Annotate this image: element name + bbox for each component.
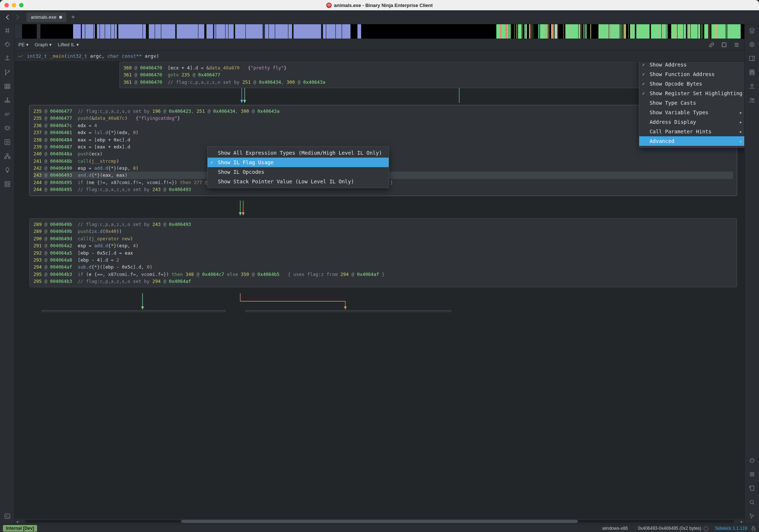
bulb-icon[interactable]: [3, 166, 11, 174]
menu-item[interactable]: Show Register Set Highlighting: [639, 89, 744, 98]
feature-map[interactable]: [ [0.00,0.01,"#2e323a"],[0.03,0.005,"#2e…: [15, 24, 744, 39]
sidebar-icon[interactable]: [748, 54, 756, 62]
graph-block[interactable]: 289 @ 0040649b // flag:c,p,a,z,s,o set b…: [29, 218, 737, 287]
code-row[interactable]: 293 @ 004064a8 [ebp - 4].d = 2: [33, 256, 733, 263]
menu-item[interactable]: Show Variable Types: [639, 108, 744, 117]
scroll-icon[interactable]: [748, 484, 756, 492]
right-rail: [744, 24, 759, 524]
code-row[interactable]: 238 @ 00406484 eax = [ebp + 0xc].d: [33, 136, 733, 143]
layers-icon[interactable]: [748, 26, 756, 35]
collapse-icon: ⮐: [18, 53, 23, 59]
svg-point-14: [6, 141, 8, 143]
branch-icon[interactable]: [3, 68, 11, 76]
svg-rect-33: [750, 72, 754, 73]
cursor-icon[interactable]: [748, 512, 756, 520]
nav-forward[interactable]: [12, 12, 22, 22]
menu-item[interactable]: Advanced: [639, 136, 744, 146]
context-submenu: Show All Expression Types (Medium/High L…: [207, 146, 389, 188]
svg-rect-16: [4, 157, 6, 159]
scope-icon[interactable]: [3, 138, 11, 146]
close-window[interactable]: [4, 3, 9, 7]
code-row[interactable]: 290 @ 0040649d call(j_operator new): [33, 235, 733, 242]
terminal-icon[interactable]: [3, 512, 11, 520]
svg-rect-20: [5, 185, 7, 187]
code-row[interactable]: 289 @ 0040649b push(zx.d(0x40)): [33, 228, 733, 235]
tag-icon[interactable]: [3, 40, 11, 48]
menu-item[interactable]: Show All Expression Types (Medium/High L…: [208, 148, 389, 158]
menu-item[interactable]: Show Type Casts: [639, 98, 744, 108]
menu-item[interactable]: Show Opcode Bytes: [639, 79, 744, 89]
svg-rect-31: [750, 70, 752, 71]
code-row[interactable]: 235 @ 00406477 push(&data_40a87c) {"flyi…: [33, 115, 733, 122]
cmd-icon[interactable]: [3, 180, 11, 188]
minimap-icon[interactable]: [748, 68, 756, 76]
tab-active[interactable]: animals.exe: [26, 12, 66, 22]
view-select[interactable]: Graph ▾: [35, 42, 52, 47]
lines-icon[interactable]: [748, 470, 756, 478]
scrollbar-thumb[interactable]: [181, 520, 578, 523]
sitemap-icon[interactable]: [3, 152, 11, 160]
lock-icon[interactable]: [751, 526, 756, 531]
menu-item[interactable]: Show Function Address: [639, 69, 744, 79]
code-row[interactable]: 361 @ 00406470 goto 235 @ 0x406477: [123, 71, 648, 78]
function-signature[interactable]: ⮐ int32_t _main (int32_t argc, char cons…: [15, 51, 744, 62]
code-row[interactable]: 235 @ 00406477 // flag:c,p,a,z,s,o set b…: [33, 108, 733, 115]
code-row[interactable]: 292 @ 004064a5 [ebp - 0x5c].d = eax: [33, 249, 733, 256]
chat-icon[interactable]: [3, 124, 11, 132]
search-icon[interactable]: [748, 498, 756, 506]
zoom-window[interactable]: [19, 3, 24, 7]
tabbar: animals.exe ＋: [0, 10, 759, 24]
table-icon[interactable]: [3, 82, 11, 90]
svg-rect-21: [8, 185, 10, 187]
menu-item[interactable]: Show IL Opcodes: [208, 167, 389, 177]
graph-viewport[interactable]: 360 @ 00406470 [ecx + 4].d = &data_40a87…: [15, 62, 744, 524]
code-row[interactable]: 295 @ 004064b3 if (e {==, x87comi.f=, vc…: [33, 271, 733, 278]
target-icon[interactable]: [748, 40, 756, 48]
svg-point-28: [750, 42, 754, 47]
app-icon: ⦵: [326, 3, 332, 8]
code-row[interactable]: 237 @ 00406481 edx = lsl.d{*}(edx, 0): [33, 129, 733, 136]
menu-item[interactable]: Show IL Flag Usage: [208, 158, 389, 167]
code-row[interactable]: 289 @ 0040649b // flag:c,p,a,z,s,o set b…: [33, 221, 733, 228]
status-range: 0x406493-0x406495 (0x2 bytes): [638, 526, 701, 531]
code-row[interactable]: 291 @ 004064a2 esp = add.d{*}(esp, 4): [33, 242, 733, 249]
nav-back[interactable]: [3, 12, 12, 22]
il-select[interactable]: Lifted IL ▾: [58, 42, 79, 47]
anchor-icon[interactable]: [3, 54, 11, 62]
horizontal-scrollbar[interactable]: ◂ ▸: [15, 519, 744, 524]
code-row[interactable]: 360 @ 00406470 [ecx + 4].d = &data_40a87…: [123, 64, 648, 71]
menu-icon[interactable]: [733, 41, 741, 49]
status-busy-icon: ◯: [704, 526, 708, 531]
svg-rect-40: [752, 528, 755, 530]
svg-rect-17: [8, 157, 10, 159]
minimize-window[interactable]: [12, 3, 16, 7]
svg-point-7: [5, 101, 6, 103]
users-icon[interactable]: [748, 96, 756, 104]
code-row[interactable]: 236 @ 0040647c edx = 4: [33, 122, 733, 129]
code-row[interactable]: 295 @ 004064b3 // flag:c,p,a,z,s,o set b…: [33, 278, 733, 285]
format-select[interactable]: PE ▾: [18, 42, 29, 47]
ap-icon[interactable]: AP: [3, 110, 11, 118]
menu-item[interactable]: Show Stack Pointer Value (Low Level IL O…: [208, 177, 389, 186]
tree-icon[interactable]: [3, 96, 11, 104]
status-channel[interactable]: Internal [Dev]: [3, 525, 37, 532]
tab-dirty-indicator: [59, 16, 62, 19]
menu-item[interactable]: Address Display: [639, 117, 744, 127]
code-row[interactable]: 361 @ 00406470 // flag:c,p,a,z,s,o set b…: [123, 79, 648, 86]
menu-item[interactable]: Call Parameter Hints: [639, 127, 744, 136]
svg-point-38: [751, 459, 753, 463]
new-tab-button[interactable]: ＋: [70, 13, 76, 21]
link-icon[interactable]: [708, 41, 716, 49]
user-icon[interactable]: [748, 82, 756, 90]
hash-icon[interactable]: [3, 26, 11, 35]
code-row[interactable]: 294 @ 004064af sub.d{*}([ebp - 0x5c].d, …: [33, 263, 733, 270]
function-params: int32_t argc, char const** argv: [67, 53, 157, 59]
bug-icon[interactable]: [748, 456, 756, 464]
svg-point-1: [7, 56, 8, 57]
graph-block[interactable]: 360 @ 00406470 [ecx + 4].d = &data_40a87…: [119, 62, 652, 88]
context-menu: Expand Long OpcodeShow AddressShow Funct…: [639, 62, 744, 148]
svg-point-12: [8, 128, 9, 129]
menu-item[interactable]: Show Address: [639, 62, 744, 69]
center-icon[interactable]: [720, 41, 728, 49]
status-sidekick[interactable]: Sidekick 1.1.119: [715, 526, 747, 531]
